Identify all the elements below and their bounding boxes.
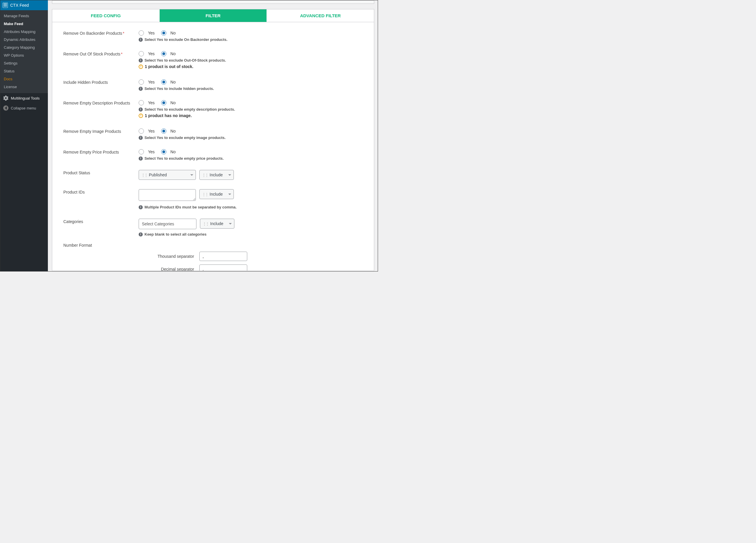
chevron-down-icon [190,174,193,177]
collapse-menu[interactable]: Collapse menu [0,103,48,113]
radio-hidden-yes[interactable] [139,79,144,85]
warn-oos: !1 product is out of stock. [139,64,363,69]
label-empty-price: Remove Empty Price Products [63,149,139,154]
textarea-product-ids[interactable] [139,189,196,201]
input-thousand-separator[interactable] [199,252,247,261]
info-icon: i [139,107,143,112]
select-product-status-mode[interactable]: ⋮⋮ Include [199,170,234,180]
gear-icon [3,95,8,101]
sidebar-submenu: Manage Feeds Make Feed Attributes Mappin… [0,10,48,93]
info-icon: i [139,136,143,140]
sidebar-item-make-feed[interactable]: Make Feed [0,20,48,28]
label-hidden: Include Hidden Products [63,79,139,85]
sidebar-item-label: Multilingual Tools [11,96,40,100]
sidebar-item-wp-options[interactable]: WP Options [0,51,48,59]
label-oos: Remove Out Of Stock Products* [63,51,139,56]
label-backorder: Remove On Backorder Products* [63,30,139,36]
info-icon: i [139,232,143,236]
radio-empty-img-yes[interactable] [139,128,144,134]
chevron-down-icon [228,194,231,196]
radio-empty-desc-no[interactable] [161,100,166,105]
radio-hidden-no[interactable] [161,79,166,85]
warning-icon: ! [139,65,143,69]
label-number-format: Number Format [63,243,363,248]
chevron-down-icon [229,223,232,226]
grip-icon: ⋮⋮ [202,192,208,196]
info-icon: i [139,205,143,209]
label-product-status: Product Status [63,170,139,175]
tab-bar: FEED CONFIG FILTER ADVANCED FILTER [52,9,374,22]
grip-icon: ⋮⋮ [141,173,147,177]
filter-panel: Remove On Backorder Products* Yes No iSe… [52,22,374,271]
sidebar-item-status[interactable]: Status [0,67,48,75]
admin-sidebar: CTX Feed Manage Feeds Make Feed Attribut… [0,0,48,271]
label-categories: Categories [63,219,139,224]
select-categories[interactable]: Select Categories [139,219,196,229]
label-product-ids: Product IDs [63,189,139,194]
warn-noimage: !1 product has no image. [139,113,363,118]
collapse-label: Collapse menu [11,106,36,110]
tab-filter[interactable]: FILTER [160,9,267,22]
info-icon: i [139,38,143,42]
sidebar-item-category-mapping[interactable]: Category Mapping [0,43,48,51]
label-empty-desc: Remove Empty Description Products [63,100,139,105]
content-area: FEED CONFIG FILTER ADVANCED FILTER Remov… [48,0,378,271]
radio-backorder-no[interactable] [161,30,166,36]
info-icon: i [139,87,143,91]
warning-icon: ! [139,114,143,118]
tab-feed-config[interactable]: FEED CONFIG [52,9,160,22]
chevron-down-icon [228,174,231,177]
select-product-ids-mode[interactable]: ⋮⋮ Include [199,189,234,199]
info-icon: i [139,156,143,161]
label-decimal-separator: Decimal separator [63,267,199,271]
notice-bar [52,0,374,4]
select-categories-mode[interactable]: ⋮⋮ Include [200,219,234,229]
sidebar-item-dynamic-attributes[interactable]: Dynamic Attributes [0,36,48,43]
sidebar-item-multilingual[interactable]: Multilingual Tools [0,93,48,103]
radio-oos-yes[interactable] [139,51,144,56]
sidebar-item-license[interactable]: License [0,83,48,91]
radio-empty-price-yes[interactable] [139,149,144,154]
sidebar-item-attributes-mapping[interactable]: Attributes Mapping [0,28,48,36]
radio-empty-desc-yes[interactable] [139,100,144,105]
sidebar-item-settings[interactable]: Settings [0,59,48,67]
grip-icon: ⋮⋮ [202,173,208,177]
label-thousand-separator: Thousand separator [63,254,199,259]
grip-icon: ⋮⋮ [203,222,208,226]
tab-advanced-filter[interactable]: ADVANCED FILTER [267,9,374,22]
input-decimal-separator[interactable] [199,264,247,271]
sidebar-head-label: CTX Feed [10,3,29,8]
ctxfeed-icon [3,3,8,8]
sidebar-head-ctxfeed[interactable]: CTX Feed [0,0,48,10]
sidebar-item-docs[interactable]: Docs [0,75,48,83]
collapse-icon [3,105,8,111]
select-product-status[interactable]: ⋮⋮ Published [139,170,196,180]
radio-backorder-yes[interactable] [139,30,144,36]
label-empty-img: Remove Empty Image Products [63,128,139,134]
radio-empty-img-no[interactable] [161,128,166,134]
sidebar-item-manage-feeds[interactable]: Manage Feeds [0,12,48,20]
radio-oos-no[interactable] [161,51,166,56]
info-icon: i [139,58,143,62]
radio-empty-price-no[interactable] [161,149,166,154]
